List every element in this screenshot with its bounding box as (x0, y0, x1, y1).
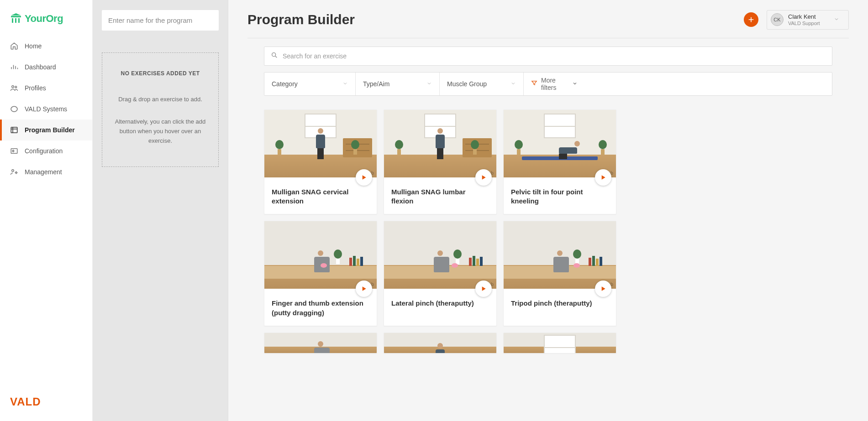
filter-more[interactable]: More filters (524, 73, 585, 95)
org-logo-icon (10, 13, 22, 24)
footer-brand-text: VALD (10, 395, 41, 408)
sidebar-item-vald-systems[interactable]: VALD Systems (0, 99, 92, 120)
exercise-dropzone[interactable]: NO EXERCISES ADDED YET Drag & drop an ex… (102, 52, 219, 167)
exercise-card[interactable]: ehab Mulligan SNAG lumbar flexion (384, 109, 497, 215)
exercise-grid: ehab Mulligan SNAG cervical extension eh… (264, 109, 849, 353)
search-input[interactable] (283, 52, 826, 60)
sidebar-item-dashboard[interactable]: Dashboard (0, 57, 92, 78)
dropzone-title: NO EXERCISES ADDED YET (110, 70, 210, 77)
exercise-card-partial[interactable] (384, 333, 497, 353)
chevron-down-icon (572, 80, 578, 88)
exercise-thumbnail (264, 333, 377, 353)
play-icon (600, 174, 607, 181)
exercise-card[interactable]: ehab Lateral pinch (theraputty) (384, 221, 497, 326)
main-area: Program Builder CK Clark Kent VALD Suppo… (228, 0, 868, 421)
svg-point-15 (351, 140, 359, 149)
brand-footer: VALD (0, 395, 92, 421)
svg-rect-3 (18, 18, 20, 23)
svg-marker-4 (11, 13, 21, 16)
sidebar-item-configuration[interactable]: Configuration (0, 140, 92, 161)
systems-icon (10, 105, 18, 113)
program-name-input[interactable] (102, 10, 219, 31)
play-button[interactable] (356, 169, 372, 186)
chevron-down-icon (342, 80, 348, 88)
play-button[interactable] (595, 169, 611, 186)
configuration-icon (10, 147, 18, 155)
exercise-card[interactable]: ehab Tripod pinch (theraputty) (503, 221, 616, 326)
dropzone-sub2: Alternatively, you can click the add but… (110, 117, 210, 146)
play-button[interactable] (475, 169, 492, 186)
filter-label: Category (272, 80, 298, 88)
svg-point-9 (12, 151, 14, 152)
filter-muscle-group[interactable]: Muscle Group (440, 73, 524, 95)
exercise-card-partial[interactable] (264, 333, 377, 353)
exercise-card[interactable]: ehab Pelvic tilt in four point kneeling (503, 109, 616, 215)
add-button[interactable] (744, 12, 758, 27)
sidebar-item-management[interactable]: Management (0, 161, 92, 182)
sidebar: YourOrg Home Dashboard Profiles VALD Sys… (0, 0, 93, 421)
svg-point-23 (599, 140, 607, 149)
org-name: YourOrg (25, 13, 63, 25)
svg-point-6 (15, 86, 17, 88)
exercise-card-partial[interactable] (503, 333, 616, 353)
exercise-card[interactable]: ehab Finger and thumb extension (putty d… (264, 221, 377, 326)
exercise-card[interactable]: ehab Mulligan SNAG cervical extension (264, 109, 377, 215)
sidebar-item-label: Program Builder (25, 126, 75, 134)
filter-icon (531, 80, 537, 88)
svg-rect-20 (473, 149, 477, 155)
sidebar-item-home[interactable]: Home (0, 36, 92, 57)
exercise-thumbnail: ehab (264, 221, 377, 289)
sidebar-item-label: VALD Systems (25, 105, 67, 113)
page-title: Program Builder (247, 12, 355, 27)
avatar: CK (771, 13, 784, 26)
plus-icon (747, 16, 755, 23)
svg-rect-24 (601, 149, 605, 155)
filter-row: Category Type/Aim Muscle Group More filt… (264, 72, 832, 96)
main-nav: Home Dashboard Profiles VALD Systems Pro… (0, 33, 92, 395)
dropzone-sub: Drag & drop an exercise to add. (110, 96, 210, 103)
exercise-thumbnail: ehab (504, 110, 616, 177)
svg-point-10 (12, 170, 14, 172)
svg-rect-2 (15, 18, 16, 23)
user-menu[interactable]: CK Clark Kent VALD Support (767, 10, 849, 30)
filter-label: Type/Aim (363, 80, 389, 88)
filter-category[interactable]: Category (264, 73, 356, 95)
svg-rect-1 (12, 18, 13, 23)
svg-rect-7 (11, 127, 17, 133)
exercise-search[interactable] (264, 47, 832, 66)
exercise-thumbnail: ehab (384, 110, 496, 177)
dashboard-icon (10, 63, 18, 71)
sidebar-item-label: Dashboard (25, 63, 56, 71)
search-icon (271, 52, 278, 61)
profiles-icon (10, 84, 18, 92)
svg-rect-18 (397, 149, 401, 155)
sidebar-item-program-builder[interactable]: Program Builder (0, 120, 92, 140)
program-builder-icon (10, 126, 18, 134)
svg-point-27 (453, 249, 462, 259)
svg-point-21 (515, 140, 523, 149)
sidebar-item-label: Profiles (25, 84, 46, 92)
program-panel: NO EXERCISES ADDED YET Drag & drop an ex… (93, 0, 228, 421)
svg-point-5 (12, 86, 14, 88)
content-scroll[interactable]: Category Type/Aim Muscle Group More filt… (228, 38, 868, 421)
exercise-thumbnail: ehab (264, 110, 377, 177)
org-logo: YourOrg (0, 0, 92, 33)
play-icon (600, 285, 607, 292)
topbar: Program Builder CK Clark Kent VALD Suppo… (228, 0, 868, 30)
sidebar-item-label: Management (25, 168, 62, 176)
filter-type-aim[interactable]: Type/Aim (356, 73, 440, 95)
svg-rect-16 (353, 149, 357, 155)
management-icon (10, 168, 18, 176)
user-name: Clark Kent (788, 13, 820, 21)
play-icon (480, 285, 487, 292)
play-icon (480, 174, 487, 181)
svg-rect-14 (278, 149, 281, 155)
exercise-thumbnail (384, 333, 496, 353)
play-icon (360, 285, 368, 292)
svg-point-13 (275, 140, 284, 149)
svg-rect-0 (11, 16, 21, 17)
svg-rect-22 (517, 149, 521, 155)
sidebar-item-profiles[interactable]: Profiles (0, 78, 92, 99)
filter-label: Muscle Group (447, 80, 487, 88)
user-role: VALD Support (788, 21, 820, 26)
